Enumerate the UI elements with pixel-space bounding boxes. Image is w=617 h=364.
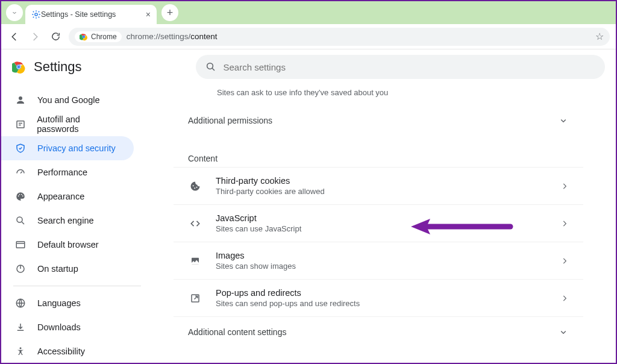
settings-header: Settings (1, 49, 616, 84)
browser-tab-strip: Settings - Site settings × + (1, 1, 616, 24)
svg-point-20 (196, 186, 198, 187)
bookmark-star-icon[interactable]: ☆ (595, 31, 604, 42)
autofill-icon (14, 119, 26, 130)
sidebar-item-default-browser[interactable]: Default browser (1, 233, 134, 257)
new-tab-button[interactable]: + (161, 4, 178, 21)
url-text: chrome://settings/content (127, 32, 218, 41)
chevron-down-icon (558, 115, 569, 126)
row-third-party-cookies[interactable]: Third-party cookiesThird-party cookies a… (174, 167, 583, 204)
chevron-down-icon (11, 9, 18, 16)
chevron-down-icon (558, 327, 569, 337)
search-icon (14, 215, 27, 226)
browser-toolbar: Chrome chrome://settings/content ☆ (1, 24, 616, 49)
svg-point-13 (17, 217, 22, 222)
sidebar-item-downloads[interactable]: Downloads (1, 315, 134, 339)
popup-icon (188, 291, 202, 306)
sidebar-item-search-engine[interactable]: Search engine (1, 209, 134, 233)
sidebar-item-languages[interactable]: Languages (1, 291, 134, 315)
cookie-icon (188, 179, 202, 193)
svg-point-7 (19, 96, 22, 100)
sidebar-item-privacy[interactable]: Privacy and security (1, 136, 134, 160)
speedometer-icon (14, 167, 27, 178)
sidebar-item-performance[interactable]: Performance (1, 160, 134, 184)
search-icon (205, 61, 216, 72)
chevron-right-icon (560, 257, 569, 265)
palette-icon (14, 191, 27, 202)
svg-point-17 (20, 347, 22, 349)
reload-button[interactable] (48, 30, 63, 44)
site-chip: Chrome (75, 31, 122, 42)
settings-main: Sites can ask to use info they've saved … (141, 84, 616, 363)
row-popups[interactable]: Pop-ups and redirectsSites can send pop-… (174, 279, 583, 316)
chevron-right-icon (560, 219, 569, 228)
shield-icon (14, 143, 27, 154)
row-javascript[interactable]: JavaScriptSites can use JavaScript (174, 204, 583, 242)
settings-title: Settings (34, 59, 82, 75)
svg-point-18 (193, 185, 194, 186)
section-heading-content: Content (174, 136, 583, 167)
settings-gear-icon (31, 10, 41, 19)
sidebar-item-you-and-google[interactable]: You and Google (1, 88, 134, 112)
forward-button[interactable] (28, 30, 42, 44)
sidebar-item-on-startup[interactable]: On startup (1, 257, 134, 281)
svg-point-11 (21, 194, 22, 195)
image-icon (188, 254, 202, 268)
sidebar-separator (13, 286, 141, 286)
svg-point-19 (194, 187, 195, 189)
svg-point-9 (18, 195, 19, 196)
sidebar-item-autofill[interactable]: Autofill and passwords (1, 112, 134, 136)
accessibility-icon (14, 346, 27, 357)
power-icon (14, 263, 27, 274)
row-images[interactable]: ImagesSites can show images (174, 242, 583, 279)
chrome-logo-icon (12, 60, 25, 74)
sidebar-item-accessibility[interactable]: Accessibility (1, 339, 134, 363)
browser-icon (14, 239, 27, 250)
code-icon (188, 216, 202, 231)
row-desc-prev: Sites can ask to use info they've saved … (174, 84, 583, 105)
svg-point-12 (22, 195, 23, 196)
download-icon (14, 322, 27, 333)
settings-search-input[interactable] (224, 62, 596, 72)
svg-point-5 (17, 66, 20, 69)
svg-rect-8 (17, 121, 24, 128)
chrome-icon (80, 33, 88, 41)
svg-rect-14 (16, 242, 25, 248)
tab-close-button[interactable]: × (146, 10, 151, 19)
expander-additional-content[interactable]: Additional content settings (174, 316, 583, 347)
browser-tab[interactable]: Settings - Site settings × (25, 5, 157, 24)
settings-search[interactable] (196, 55, 606, 79)
svg-point-10 (19, 194, 20, 195)
tab-menu-button[interactable] (6, 4, 23, 21)
address-bar[interactable]: Chrome chrome://settings/content ☆ (69, 28, 610, 46)
back-button[interactable] (7, 30, 22, 44)
svg-point-0 (35, 13, 37, 16)
chevron-right-icon (560, 182, 569, 190)
chevron-right-icon (560, 294, 569, 303)
person-icon (14, 95, 27, 105)
settings-sidebar: You and Google Autofill and passwords Pr… (1, 84, 141, 363)
sidebar-item-appearance[interactable]: Appearance (1, 184, 134, 209)
globe-icon (14, 298, 27, 309)
tab-title: Settings - Site settings (41, 10, 146, 19)
expander-additional-permissions[interactable]: Additional permissions (174, 105, 583, 136)
svg-point-6 (207, 63, 213, 69)
